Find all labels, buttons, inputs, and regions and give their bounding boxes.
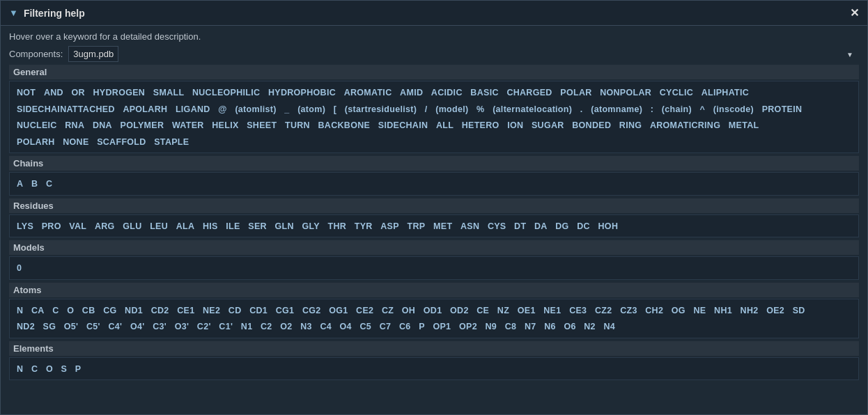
kw-res-GLU[interactable]: GLU: [121, 219, 143, 235]
kw-atom-O4[interactable]: O4: [339, 319, 353, 335]
kw-atom-NH1[interactable]: NH1: [713, 303, 734, 319]
kw-atom-NH2[interactable]: NH2: [739, 303, 760, 319]
kw-HELIX[interactable]: HELIX: [210, 118, 240, 134]
kw-atom-C4p[interactable]: C4': [107, 319, 124, 335]
kw-atom-NE1[interactable]: NE1: [542, 303, 562, 319]
kw-atom-OH[interactable]: OH: [401, 303, 417, 319]
kw-elem-N[interactable]: N: [15, 361, 24, 377]
kw-STAPLE[interactable]: STAPLE: [153, 134, 190, 150]
kw-POLAR[interactable]: POLAR: [559, 85, 593, 101]
kw-res-LEU[interactable]: LEU: [148, 219, 169, 235]
kw-atom-C3p[interactable]: C3': [151, 319, 168, 335]
kw-atom-SD[interactable]: SD: [791, 303, 807, 319]
kw-SMALL[interactable]: SMALL: [152, 85, 186, 101]
kw-atom-C[interactable]: C: [51, 303, 60, 319]
kw-SIDECHAINATTACHED[interactable]: SIDECHAINATTACHED: [15, 102, 116, 118]
kw-atom-N2[interactable]: N2: [582, 319, 597, 335]
kw-res-CYS[interactable]: CYS: [486, 219, 508, 235]
kw-ION[interactable]: ION: [506, 118, 525, 134]
kw-res-THR[interactable]: THR: [327, 219, 348, 235]
kw-alternatelocation[interactable]: (alternatelocation): [491, 102, 573, 118]
kw-underscore[interactable]: _: [283, 102, 290, 118]
kw-slash[interactable]: /: [424, 102, 429, 118]
kw-elem-S[interactable]: S: [60, 361, 69, 377]
kw-colon[interactable]: :: [649, 102, 655, 118]
kw-atom-CD[interactable]: CD: [227, 303, 243, 319]
kw-ALL[interactable]: ALL: [435, 118, 455, 134]
kw-atom-CE1[interactable]: CE1: [176, 303, 196, 319]
kw-res-HOH[interactable]: HOH: [597, 219, 620, 235]
kw-atom-C1p[interactable]: C1': [217, 319, 234, 335]
kw-atom-CE2[interactable]: CE2: [355, 303, 375, 319]
kw-atom-N[interactable]: N: [15, 303, 24, 319]
kw-chain-A[interactable]: A: [15, 176, 24, 192]
kw-POLYMER[interactable]: POLYMER: [119, 118, 166, 134]
kw-atom-CZ3[interactable]: CZ3: [619, 303, 639, 319]
kw-atom-CG[interactable]: CG: [102, 303, 118, 319]
kw-atom-C2p[interactable]: C2': [196, 319, 212, 335]
kw-atom-N3[interactable]: N3: [299, 319, 313, 335]
kw-RING[interactable]: RING: [618, 118, 643, 134]
kw-atom-OD1[interactable]: OD1: [422, 303, 444, 319]
kw-atom-CZ[interactable]: CZ: [380, 303, 395, 319]
kw-NONE[interactable]: NONE: [61, 134, 90, 150]
kw-DNA[interactable]: DNA: [91, 118, 114, 134]
kw-atom-O3p[interactable]: O3': [173, 319, 191, 335]
kw-atom-CZ2[interactable]: CZ2: [594, 303, 614, 319]
kw-atom-CA[interactable]: CA: [30, 303, 46, 319]
kw-bracket[interactable]: [: [332, 102, 338, 118]
kw-ALIPHATIC[interactable]: ALIPHATIC: [700, 85, 750, 101]
kw-res-ALA[interactable]: ALA: [175, 219, 196, 235]
kw-atomlist[interactable]: (atomlist): [233, 102, 277, 118]
kw-atom-C6[interactable]: C6: [398, 319, 412, 335]
kw-at[interactable]: @: [217, 102, 228, 118]
kw-res-ARG[interactable]: ARG: [93, 219, 116, 235]
kw-CYCLIC[interactable]: CYCLIC: [658, 85, 695, 101]
kw-HETERO[interactable]: HETERO: [460, 118, 501, 134]
kw-atom-O[interactable]: O: [65, 303, 75, 319]
kw-TURN[interactable]: TURN: [284, 118, 311, 134]
kw-atom-CE[interactable]: CE: [475, 303, 490, 319]
kw-percent[interactable]: %: [475, 102, 486, 118]
kw-OR[interactable]: OR: [70, 85, 86, 101]
components-select[interactable]: 3ugm.pdb: [68, 46, 118, 62]
kw-atom-C7[interactable]: C7: [378, 319, 393, 335]
kw-RNA[interactable]: RNA: [63, 118, 86, 134]
kw-res-HIS[interactable]: HIS: [201, 219, 219, 235]
kw-model-0[interactable]: 0: [15, 260, 23, 276]
kw-atom-CG2[interactable]: CG2: [301, 303, 323, 319]
kw-atomname[interactable]: (atomname): [589, 102, 644, 118]
kw-res-PRO[interactable]: PRO: [40, 219, 63, 235]
kw-caret[interactable]: ^: [699, 102, 707, 118]
kw-atom-OP2[interactable]: OP2: [458, 319, 479, 335]
kw-atom-ND2[interactable]: ND2: [15, 319, 36, 335]
kw-atom-C2[interactable]: C2: [259, 319, 274, 335]
kw-atom-C5[interactable]: C5: [359, 319, 373, 335]
kw-WATER[interactable]: WATER: [171, 118, 206, 134]
kw-AROMATIC[interactable]: AROMATIC: [343, 85, 394, 101]
kw-res-DG[interactable]: DG: [554, 219, 570, 235]
kw-chain-C[interactable]: C: [45, 176, 54, 192]
kw-NUCLEIC[interactable]: NUCLEIC: [15, 118, 59, 134]
kw-atom[interactable]: (atom): [296, 102, 327, 118]
kw-SCAFFOLD[interactable]: SCAFFOLD: [95, 134, 147, 150]
kw-AND[interactable]: AND: [42, 85, 65, 101]
kw-atom-OG1[interactable]: OG1: [327, 303, 349, 319]
kw-chain-B[interactable]: B: [30, 176, 39, 192]
kw-atom-O6[interactable]: O6: [562, 319, 577, 335]
kw-atom-C5p[interactable]: C5': [85, 319, 102, 335]
kw-HYDROPHOBIC[interactable]: HYDROPHOBIC: [267, 85, 337, 101]
kw-res-ILE[interactable]: ILE: [224, 219, 241, 235]
kw-SIDECHAIN[interactable]: SIDECHAIN: [377, 118, 429, 134]
kw-chain[interactable]: (chain): [660, 102, 693, 118]
kw-atom-P[interactable]: P: [417, 319, 426, 335]
kw-atom-OP1[interactable]: OP1: [431, 319, 452, 335]
kw-res-DA[interactable]: DA: [533, 219, 549, 235]
kw-METAL[interactable]: METAL: [727, 118, 761, 134]
kw-atom-CH2[interactable]: CH2: [644, 303, 665, 319]
kw-res-SER[interactable]: SER: [247, 219, 268, 235]
kw-atom-OG[interactable]: OG: [670, 303, 687, 319]
kw-atom-ND1[interactable]: ND1: [123, 303, 144, 319]
kw-AMID[interactable]: AMID: [398, 85, 424, 101]
kw-atom-C4[interactable]: C4: [318, 319, 333, 335]
